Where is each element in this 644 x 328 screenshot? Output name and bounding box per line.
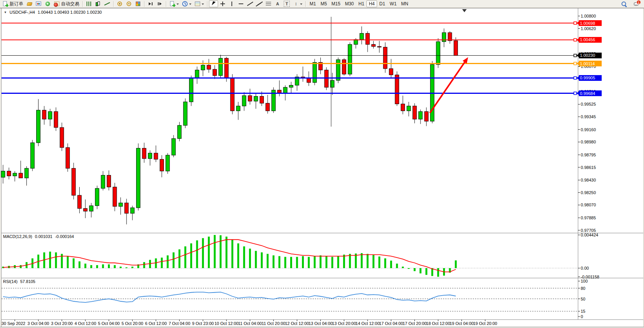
macd-histogram-bar bbox=[220, 235, 222, 268]
trendline-tool-button[interactable] bbox=[246, 0, 255, 7]
macd-histogram-bar bbox=[173, 252, 175, 268]
line-handle[interactable] bbox=[574, 92, 577, 95]
macd-histogram-bar bbox=[302, 256, 304, 268]
bearish-candle bbox=[371, 44, 375, 46]
rsi-tick-label: 0 bbox=[581, 314, 583, 319]
timeframe-m30[interactable]: M30 bbox=[343, 0, 356, 7]
arrows-tool-button[interactable]: ↕ bbox=[291, 0, 304, 7]
scroll-end-icon bbox=[148, 1, 154, 7]
auto-scroll-button[interactable] bbox=[146, 0, 155, 7]
new-chart-button[interactable] bbox=[168, 0, 180, 7]
chevron-down-icon[interactable] bbox=[300, 3, 302, 6]
horizontal-line-tool-button[interactable] bbox=[236, 0, 246, 7]
time-tick-label: 11 Oct 04:00 bbox=[238, 321, 262, 326]
fibonacci-tool-button[interactable] bbox=[264, 0, 273, 7]
zoom-out-button[interactable] bbox=[124, 0, 133, 7]
macd-histogram-bar bbox=[308, 257, 310, 268]
chevron-down-icon[interactable] bbox=[177, 3, 179, 6]
vertical-line-tool-button[interactable] bbox=[227, 0, 236, 7]
chart-svg[interactable]: 1.008001.006201.004351.002551.000700.998… bbox=[0, 0, 644, 328]
macd-histogram-bar bbox=[190, 243, 192, 268]
timeframe-h4[interactable]: H4 bbox=[366, 0, 377, 7]
chevron-down-icon[interactable] bbox=[202, 3, 204, 6]
search-button[interactable] bbox=[620, 1, 629, 8]
macd-histogram-bar bbox=[361, 253, 363, 268]
channel-tool-button[interactable] bbox=[255, 0, 264, 7]
doc-plus-icon bbox=[169, 1, 175, 7]
bar-chart-mode-button[interactable] bbox=[84, 0, 93, 7]
line-handle[interactable] bbox=[574, 39, 577, 41]
time-tick-label: 11 Oct 20:00 bbox=[262, 321, 285, 326]
macd-tick-label: -0.001158 bbox=[581, 275, 599, 279]
line-chart-mode-button[interactable] bbox=[103, 0, 112, 7]
chart-canvas[interactable]: 1.008001.006201.004351.002551.000700.998… bbox=[0, 0, 644, 328]
timeframe-m5[interactable]: M5 bbox=[318, 0, 329, 7]
timeframe-h1[interactable]: H1 bbox=[356, 0, 366, 7]
chart-window-button[interactable] bbox=[34, 0, 43, 7]
bullish-candle bbox=[172, 138, 175, 155]
zoom-in-button[interactable] bbox=[115, 0, 124, 7]
arrows-icon: ↕ bbox=[293, 1, 299, 7]
line-handle[interactable] bbox=[574, 54, 577, 57]
time-tick-label: 13 Oct 20:00 bbox=[332, 321, 356, 326]
templates-button[interactable] bbox=[193, 0, 206, 7]
time-tick-label: 4 Oct 12:00 bbox=[74, 321, 96, 326]
macd-histogram-bar bbox=[49, 252, 51, 268]
cursor-tool-button[interactable] bbox=[209, 0, 218, 7]
tile-windows-button[interactable] bbox=[133, 0, 143, 7]
bearish-candle bbox=[160, 159, 164, 171]
bearish-candle bbox=[84, 209, 87, 211]
text-a-icon: A bbox=[275, 1, 281, 7]
line-handle[interactable] bbox=[574, 22, 577, 24]
bearish-candle bbox=[60, 127, 64, 148]
new-order-button[interactable]: 新订单 bbox=[1, 0, 25, 7]
bullish-candle bbox=[195, 70, 199, 79]
chart-header: ▼ USDCHF-,H4 1.00443 1.00493 1.00230 1.0… bbox=[4, 10, 103, 14]
macd-histogram-bar bbox=[437, 268, 439, 277]
crosshair-tool-button[interactable] bbox=[218, 0, 227, 7]
zoom-out-icon bbox=[126, 1, 132, 7]
bullish-candle bbox=[348, 44, 352, 74]
timeframe-d1[interactable]: D1 bbox=[377, 0, 387, 7]
price-tick-label: 0.97885 bbox=[581, 215, 596, 220]
macd-histogram-bar bbox=[84, 264, 86, 268]
mt4-window: { "toolbar": { "groups": [ {"items": [ {… bbox=[0, 0, 644, 328]
shift-icon bbox=[157, 1, 163, 7]
bullish-candle bbox=[48, 111, 52, 119]
timeframe-mn[interactable]: MN bbox=[399, 0, 411, 7]
chart-ohlc-values: 1.00443 1.00493 1.00230 1.00230 bbox=[38, 10, 102, 14]
new-order-button-label: 新订单 bbox=[10, 1, 23, 7]
rsi-tick-label: 50 bbox=[581, 297, 585, 301]
timeframe-d1-label: D1 bbox=[379, 1, 385, 6]
periods-button[interactable] bbox=[180, 0, 193, 7]
chart-shift-button[interactable] bbox=[155, 0, 164, 7]
bullish-candle bbox=[336, 59, 340, 80]
timeframe-m15[interactable]: M15 bbox=[329, 0, 342, 7]
price-tick-label: 0.98980 bbox=[581, 140, 596, 144]
text-tool-button[interactable]: A bbox=[273, 0, 282, 7]
line-handle[interactable] bbox=[574, 62, 577, 65]
bullish-candle bbox=[360, 33, 364, 39]
timeframe-m1[interactable]: M1 bbox=[307, 0, 318, 7]
market-watch-button[interactable] bbox=[25, 0, 34, 7]
autotrading-button[interactable]: 自动交易 bbox=[52, 0, 81, 7]
line-handle[interactable] bbox=[574, 77, 577, 79]
bullish-candle bbox=[407, 106, 411, 111]
notifications-button[interactable]: 1 bbox=[632, 1, 641, 8]
trendline-icon bbox=[247, 1, 253, 7]
magnifier-icon bbox=[621, 1, 627, 7]
signals-button[interactable] bbox=[43, 0, 52, 7]
bearish-candle bbox=[154, 153, 158, 159]
candlestick-mode-button[interactable] bbox=[93, 0, 103, 7]
bearish-candle bbox=[125, 203, 128, 213]
chart-collapse-icon[interactable]: ▼ bbox=[4, 11, 7, 14]
linechart-icon bbox=[104, 1, 110, 7]
bearish-candle bbox=[342, 59, 346, 74]
main-toolbar: 新订单自动交易AT↕M1M5M15M30H1H4D1W1MN bbox=[0, 0, 644, 8]
bullish-candle bbox=[178, 125, 181, 138]
chevron-down-icon[interactable] bbox=[189, 3, 191, 6]
label-tool-button[interactable]: T bbox=[282, 0, 291, 7]
timeframe-w1[interactable]: W1 bbox=[387, 0, 399, 7]
macd-histogram-bar bbox=[261, 252, 263, 268]
bullish-candle bbox=[354, 40, 358, 45]
